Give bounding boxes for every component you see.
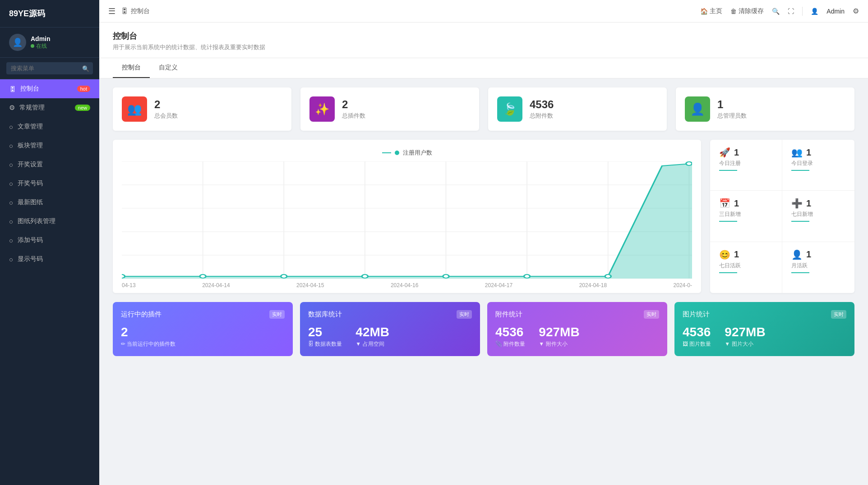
rs-icon-4: 😊 [719, 249, 730, 260]
x-label-2: 2024-04-15 [296, 282, 324, 288]
sidebar-item-general[interactable]: ⚙ 常规管理 new [0, 98, 99, 117]
rs-header-5: 👤 1 [791, 249, 845, 260]
sidebar-icon-lottery-numbers: ○ [9, 180, 13, 188]
bc-num-image-stats-1: 927MB [725, 325, 765, 339]
bc-numbers-running-plugins: 2 ✏ 当前运行中的插件数 [121, 325, 285, 348]
stat-info-plugins: 2 总插件数 [342, 98, 365, 120]
bc-sub-database-1: ▼ 占用空间 [356, 340, 389, 348]
x-label-4: 2024-04-17 [485, 282, 512, 288]
sidebar-label-add-number: 添加号码 [18, 236, 43, 244]
bottom-card-database: 数据库统计 实时 25 🗄 数据表数量 42MB ▼ 占用空间 [300, 302, 480, 356]
bottom-row: 运行中的插件 实时 2 ✏ 当前运行中的插件数 数据库统计 实时 25 🗄 数据… [113, 302, 854, 356]
right-stat-1: 👥 1 今日登录 [782, 140, 854, 191]
stat-num-admins: 1 [717, 98, 747, 111]
sidebar-icon-drawing-list: ○ [9, 218, 13, 225]
bc-num-database-1: 42MB [356, 325, 389, 339]
bc-num-attachments-stats-0: 4536 [495, 325, 525, 339]
sidebar: 89YE源码 👤 Admin 在线 🔍 🎛 控制台 hot ⚙ 常规管理 new… [0, 0, 99, 485]
sidebar-icon-lottery-settings: ○ [9, 161, 13, 169]
sidebar-label-drawing-list: 图纸列表管理 [18, 217, 55, 225]
user-avatar-top[interactable]: 👤 [811, 8, 818, 15]
tab-custom[interactable]: 自定义 [150, 58, 187, 78]
sidebar-icon-article: ○ [9, 123, 13, 131]
fullscreen-button[interactable]: ⛶ [788, 8, 794, 15]
chart-legend: 注册用户数 [122, 149, 692, 157]
sidebar-search-container: 🔍 [0, 58, 99, 79]
bc-sub-attachments-stats-1: ▼ 附件大小 [539, 340, 579, 348]
rs-num-4: 1 [734, 249, 739, 260]
sidebar-icon-block: ○ [9, 142, 13, 150]
breadcrumb-label: 控制台 [131, 7, 150, 15]
sidebar-label-general: 常规管理 [19, 104, 45, 112]
home-icon: 🏠 [700, 8, 708, 15]
rs-header-4: 😊 1 [719, 249, 773, 260]
search-icon: 🔍 [82, 65, 89, 72]
stat-card-admins: 👤 1 总管理员数 [676, 87, 854, 131]
sidebar-item-add-number[interactable]: ○ 添加号码 [0, 231, 99, 250]
stat-num-attachments: 4536 [530, 98, 554, 111]
avatar: 👤 [9, 34, 26, 51]
bc-number-attachments-stats-0: 4536 📎 附件数量 [495, 325, 525, 348]
stat-icon-plugins: ✨ [309, 96, 335, 122]
rs-label-5: 月活跃 [791, 262, 845, 270]
user-icon-top: 👤 [811, 8, 818, 15]
bc-sub-image-stats-0: 🖼 图片数量 [683, 340, 711, 348]
tab-dashboard[interactable]: 控制台 [113, 58, 150, 78]
sidebar-label-show-number: 显示号码 [18, 255, 43, 263]
gear-icon[interactable]: ⚙ [853, 7, 859, 15]
sidebar-item-drawing-list[interactable]: ○ 图纸列表管理 [0, 212, 99, 231]
topbar-right: 🏠 主页 🗑 清除缓存 🔍 ⛶ 👤 Admin ⚙ [700, 7, 859, 16]
stat-icon-members: 👥 [122, 96, 147, 122]
search-icon-top: 🔍 [772, 8, 780, 15]
bc-num-running-plugins-0: 2 [121, 325, 175, 339]
x-label-1: 2024-04-14 [202, 282, 230, 288]
stat-icon-admins: 👤 [685, 96, 710, 122]
right-stats: 🚀 1 今日注册 👥 1 今日登录 📅 1 三日新增 ➕ 1 七日新增 😊 1 … [710, 140, 854, 293]
home-link[interactable]: 🏠 主页 [700, 7, 722, 15]
rs-num-5: 1 [806, 249, 811, 260]
sidebar-item-dashboard[interactable]: 🎛 控制台 hot [0, 79, 99, 98]
rs-line-0 [719, 170, 737, 171]
sidebar-item-block[interactable]: ○ 板块管理 [0, 136, 99, 155]
clear-cache-button[interactable]: 🗑 清除缓存 [730, 7, 764, 15]
stat-num-members: 2 [154, 98, 178, 111]
admin-name: Admin [826, 8, 845, 15]
sidebar-badge-dashboard: hot [77, 86, 90, 92]
sidebar-item-lottery-numbers[interactable]: ○ 开奖号码 [0, 174, 99, 193]
clear-cache-label: 清除缓存 [739, 7, 764, 15]
stats-row: 👥 2 总会员数 ✨ 2 总插件数 🍃 4536 总附件数 👤 1 总管理员数 [113, 87, 854, 131]
rs-label-2: 三日新增 [719, 210, 773, 218]
sidebar-label-dashboard: 控制台 [20, 85, 39, 93]
rs-icon-0: 🚀 [719, 147, 730, 158]
sidebar-item-latest-drawings[interactable]: ○ 最新图纸 [0, 193, 99, 212]
bc-number-attachments-stats-1: 927MB ▼ 附件大小 [539, 325, 579, 348]
bc-numbers-attachments-stats: 4536 📎 附件数量 927MB ▼ 附件大小 [495, 325, 659, 348]
registrations-chart [122, 161, 692, 279]
rs-icon-1: 👥 [791, 147, 803, 158]
svg-point-15 [281, 275, 287, 278]
menu-toggle-icon[interactable]: ☰ [108, 6, 115, 16]
middle-row: 注册用户数 [113, 140, 854, 293]
svg-point-16 [362, 275, 368, 278]
rs-header-0: 🚀 1 [719, 147, 773, 158]
x-label-0: 04-13 [122, 282, 136, 288]
search-button[interactable]: 🔍 [772, 8, 780, 15]
rs-num-0: 1 [734, 147, 739, 158]
stat-label-plugins: 总插件数 [342, 112, 365, 120]
rs-header-1: 👥 1 [791, 147, 845, 158]
sidebar-item-article[interactable]: ○ 文章管理 [0, 117, 99, 136]
bc-sub-running-plugins-0: ✏ 当前运行中的插件数 [121, 340, 175, 348]
tabs-bar: 控制台 自定义 [99, 58, 868, 78]
svg-point-19 [605, 275, 611, 278]
search-input[interactable] [6, 62, 93, 74]
sidebar-item-lottery-settings[interactable]: ○ 开奖设置 [0, 155, 99, 174]
status-dot [31, 44, 34, 48]
bc-num-image-stats-0: 4536 [683, 325, 711, 339]
sidebar-item-show-number[interactable]: ○ 显示号码 [0, 250, 99, 269]
bc-top-image-stats: 图片统计 实时 [683, 310, 846, 319]
rs-line-4 [719, 272, 737, 273]
page-header: 控制台 用于展示当前系统中的统计数据、统计报表及重要实时数据 [99, 23, 868, 58]
rs-line-1 [791, 170, 809, 171]
bc-title-image-stats: 图片统计 [683, 310, 710, 319]
page-title: 控制台 [113, 31, 854, 41]
